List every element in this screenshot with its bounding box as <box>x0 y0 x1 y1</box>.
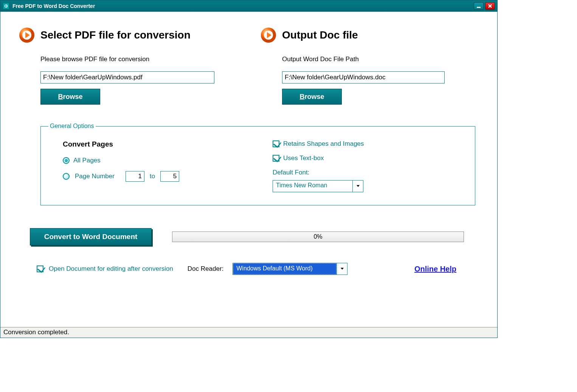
output-doc-path-field[interactable] <box>282 71 445 83</box>
app-icon <box>3 3 9 9</box>
retain-shapes-checkbox[interactable] <box>273 140 279 147</box>
input-hint-label: Please browse PDF file for conversion <box>40 56 237 63</box>
output-section-title: Output Doc file <box>282 29 358 41</box>
titlebar: Free PDF to Word Doc Converter <box>0 0 497 12</box>
app-window: Free PDF to Word Doc Converter Select PD… <box>0 0 498 338</box>
all-pages-radio[interactable] <box>63 157 70 164</box>
input-section-title: Select PDF file for conversion <box>40 29 191 41</box>
default-font-label: Default Font: <box>273 169 460 176</box>
status-text: Conversion completed. <box>3 329 69 336</box>
svg-rect-2 <box>477 7 481 8</box>
page-to-field[interactable] <box>160 171 179 182</box>
play-icon <box>260 27 277 43</box>
general-options-legend: General Options <box>48 123 96 130</box>
doc-reader-value: Windows Default (MS Word) <box>233 263 337 275</box>
general-options-group: General Options Convert Pages All Pages … <box>40 123 475 205</box>
open-after-checkbox[interactable] <box>37 265 43 272</box>
close-button[interactable] <box>485 2 495 10</box>
online-help-link[interactable]: Online Help <box>414 265 456 273</box>
convert-pages-heading: Convert Pages <box>63 140 250 148</box>
browse-output-button[interactable]: BBrowserowse <box>282 89 342 105</box>
page-number-radio[interactable] <box>63 173 70 180</box>
input-pdf-path-field[interactable] <box>40 71 214 83</box>
uses-textbox-checkbox[interactable] <box>273 155 279 162</box>
doc-reader-label: Doc Reader: <box>188 265 223 273</box>
status-bar: Conversion completed. <box>0 327 497 338</box>
uses-textbox-label: Uses Text-box <box>283 154 324 162</box>
to-label: to <box>150 173 155 180</box>
browse-input-button[interactable]: BBrowserowse <box>40 89 100 105</box>
retain-shapes-label: Retains Shapes and Images <box>283 140 364 148</box>
open-after-label: Open Document for editing after conversi… <box>49 265 173 273</box>
progress-value: 0% <box>313 233 322 240</box>
output-hint-label: Output Word Doc File Path <box>282 56 479 63</box>
convert-button[interactable]: Convert to Word Document <box>30 228 152 245</box>
output-section: Output Doc file Output Word Doc File Pat… <box>260 27 479 105</box>
page-number-label: Page Number <box>75 173 120 180</box>
all-pages-label: All Pages <box>73 157 101 164</box>
chevron-down-icon[interactable] <box>352 181 363 192</box>
window-title: Free PDF to Word Doc Converter <box>12 3 95 9</box>
chevron-down-icon[interactable] <box>337 263 347 275</box>
default-font-combo[interactable]: Times New Roman <box>273 180 363 192</box>
content-area: Select PDF file for conversion Please br… <box>0 12 497 327</box>
progress-bar: 0% <box>172 231 464 242</box>
input-section: Select PDF file for conversion Please br… <box>19 27 237 105</box>
doc-reader-combo[interactable]: Windows Default (MS Word) <box>233 263 347 275</box>
minimize-button[interactable] <box>474 2 484 10</box>
page-from-field[interactable] <box>126 171 144 182</box>
play-icon <box>19 27 35 43</box>
default-font-value: Times New Roman <box>273 181 352 192</box>
